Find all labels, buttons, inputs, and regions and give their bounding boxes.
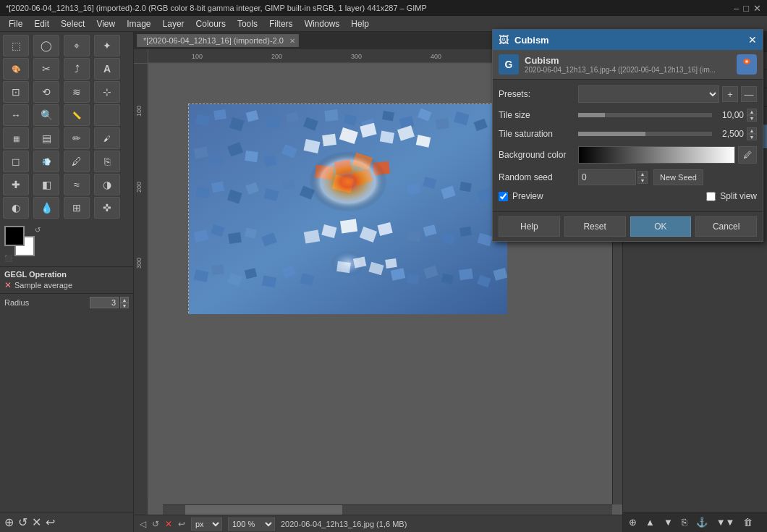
merge-layer-btn[interactable]: ▼▼ bbox=[713, 515, 738, 529]
tool-scissors[interactable]: ✂ bbox=[33, 58, 59, 80]
tool-align[interactable]: ⊞ bbox=[64, 197, 90, 219]
tool-smudge[interactable]: ≈ bbox=[64, 174, 90, 195]
new-seed-button[interactable]: New Seed bbox=[653, 169, 703, 185]
fg-color-swatch[interactable] bbox=[4, 226, 25, 246]
svg-rect-53 bbox=[195, 187, 210, 198]
canvas-tab-main[interactable]: *[2020-06-04_12h13_16] (imported)-2.0 ✕ bbox=[137, 34, 299, 47]
tile-size-up-btn[interactable]: ▲ bbox=[747, 109, 757, 115]
tile-saturation-down-btn[interactable]: ▼ bbox=[747, 134, 757, 140]
tab-close-btn[interactable]: ✕ bbox=[289, 37, 295, 45]
tool-transform[interactable]: ⟲ bbox=[33, 81, 59, 103]
anchor-layer-btn[interactable]: ⚓ bbox=[693, 515, 711, 529]
maximize-btn[interactable]: □ bbox=[743, 3, 749, 14]
zoom-select[interactable]: 100 % 50 % 200 % bbox=[228, 518, 275, 531]
tool-blend[interactable]: ▤ bbox=[33, 127, 59, 149]
tool-color-picker[interactable]: 💧 bbox=[33, 197, 59, 219]
radius-down-btn[interactable]: ▼ bbox=[120, 303, 129, 308]
tool-flip[interactable]: ↔ bbox=[3, 104, 29, 126]
menu-colours[interactable]: Colours bbox=[190, 17, 232, 30]
lower-layer-btn[interactable]: ▼ bbox=[661, 515, 676, 529]
tool-perspective-clone[interactable]: ◧ bbox=[33, 174, 59, 195]
status-nav-btn-1[interactable]: ◁ bbox=[140, 519, 146, 529]
tile-saturation-up-btn[interactable]: ▲ bbox=[747, 127, 757, 134]
minimize-btn[interactable]: – bbox=[734, 3, 739, 14]
radius-input[interactable] bbox=[90, 297, 119, 308]
tool-paintbrush[interactable]: 🖌 bbox=[94, 127, 120, 149]
tool-airbrush[interactable]: 💨 bbox=[33, 151, 59, 172]
menu-filters[interactable]: Filters bbox=[263, 17, 299, 30]
duplicate-layer-btn[interactable]: ⎘ bbox=[679, 515, 690, 529]
tool-ellipse-select[interactable]: ◯ bbox=[33, 35, 59, 56]
preview-label[interactable]: Preview bbox=[512, 191, 543, 201]
presets-select[interactable] bbox=[578, 85, 719, 103]
menu-file[interactable]: File bbox=[3, 17, 28, 30]
menu-select[interactable]: Select bbox=[55, 17, 90, 30]
tool-eraser[interactable]: ◻ bbox=[3, 151, 29, 172]
tile-saturation-slider[interactable] bbox=[578, 132, 712, 136]
gegl-close-btn[interactable]: ✕ bbox=[4, 280, 12, 290]
h-scrollbar-thumb[interactable] bbox=[185, 505, 342, 515]
cubism-close-btn[interactable]: ✕ bbox=[748, 34, 757, 46]
tool-free-select[interactable]: ⌖ bbox=[64, 35, 90, 56]
split-view-checkbox[interactable] bbox=[706, 192, 716, 201]
preset-add-btn[interactable]: + bbox=[722, 86, 738, 102]
swap-colors-icon[interactable]: ↺ bbox=[35, 226, 41, 234]
unit-select[interactable]: px mm cm bbox=[191, 518, 222, 531]
new-layer-btn[interactable]: ⊕ bbox=[626, 515, 640, 529]
menu-windows[interactable]: Windows bbox=[299, 17, 346, 30]
menu-edit[interactable]: Edit bbox=[28, 17, 55, 30]
tool-crop[interactable]: ⊡ bbox=[3, 81, 29, 103]
preset-delete-btn[interactable]: — bbox=[741, 86, 757, 102]
preview-checkbox[interactable] bbox=[499, 192, 508, 201]
cancel-button[interactable]: Cancel bbox=[695, 216, 757, 237]
tool-move[interactable]: ✜ bbox=[94, 197, 120, 219]
tool-paths[interactable]: ⤴ bbox=[64, 58, 90, 80]
tool-warp[interactable]: ≋ bbox=[64, 81, 90, 103]
tool-color-select[interactable]: 🎨 bbox=[3, 58, 29, 80]
cubism-filter-name: Cubism bbox=[525, 55, 731, 66]
bg-color-picker-btn[interactable]: 🖉 bbox=[738, 146, 757, 164]
random-seed-down-btn[interactable]: ▼ bbox=[637, 177, 648, 184]
cubism-window-icon: 🖼 bbox=[499, 34, 509, 46]
tool-heal[interactable]: ✚ bbox=[3, 174, 29, 195]
tool-bucket-fill[interactable]: ▦ bbox=[3, 127, 29, 149]
raise-layer-btn[interactable]: ▲ bbox=[643, 515, 658, 529]
ok-button[interactable]: OK bbox=[630, 216, 692, 237]
tile-size-down-btn[interactable]: ▼ bbox=[747, 115, 757, 122]
tool-clone[interactable]: ⎘ bbox=[94, 151, 120, 172]
menu-layer[interactable]: Layer bbox=[157, 17, 190, 30]
svg-text:200: 200 bbox=[135, 182, 143, 193]
tool-zoom[interactable]: 🔍 bbox=[33, 104, 59, 126]
split-view-label[interactable]: Split view bbox=[720, 191, 757, 201]
tool-dodge-burn[interactable]: ◑ bbox=[94, 174, 120, 195]
delete-layer-btn[interactable]: 🗑 bbox=[740, 515, 755, 529]
radius-up-btn[interactable]: ▲ bbox=[120, 297, 129, 303]
reset-colors-icon[interactable]: ⬛ bbox=[4, 255, 12, 262]
reset-button[interactable]: Reset bbox=[564, 216, 626, 237]
h-scrollbar[interactable] bbox=[163, 504, 612, 515]
menu-tools[interactable]: Tools bbox=[232, 17, 263, 30]
tool-ink[interactable]: 🖊 bbox=[64, 151, 90, 172]
tile-size-slider[interactable] bbox=[578, 113, 712, 117]
toolbox-reset-btn[interactable]: ↺ bbox=[18, 515, 27, 529]
tool-handle-transform[interactable]: ⊹ bbox=[94, 81, 120, 103]
menu-image[interactable]: Image bbox=[121, 17, 156, 30]
toolbox-new-btn[interactable]: ⊕ bbox=[4, 515, 14, 529]
status-nav-btn-4[interactable]: ↩ bbox=[178, 519, 185, 529]
menu-help[interactable]: Help bbox=[345, 17, 375, 30]
tool-fuzzy-select[interactable]: ✦ bbox=[94, 35, 120, 56]
menu-view[interactable]: View bbox=[90, 17, 121, 30]
toolbox-restore-btn[interactable]: ↩ bbox=[46, 515, 55, 529]
tool-desaturate[interactable]: ◐ bbox=[3, 197, 29, 219]
tool-measure[interactable]: 📏 bbox=[64, 104, 90, 126]
random-seed-input[interactable] bbox=[578, 169, 636, 185]
tool-pencil[interactable]: ✏ bbox=[64, 127, 90, 149]
close-btn[interactable]: ✕ bbox=[753, 3, 761, 14]
tool-text[interactable]: A bbox=[94, 58, 120, 80]
tool-rectangle-select[interactable]: ⬚ bbox=[3, 35, 29, 56]
help-button[interactable]: Help bbox=[499, 216, 560, 237]
toolbox-delete-btn[interactable]: ✕ bbox=[32, 515, 41, 529]
status-nav-btn-2[interactable]: ↺ bbox=[152, 519, 159, 529]
random-seed-up-btn[interactable]: ▲ bbox=[637, 171, 648, 177]
status-nav-btn-3[interactable]: ✕ bbox=[165, 519, 172, 529]
